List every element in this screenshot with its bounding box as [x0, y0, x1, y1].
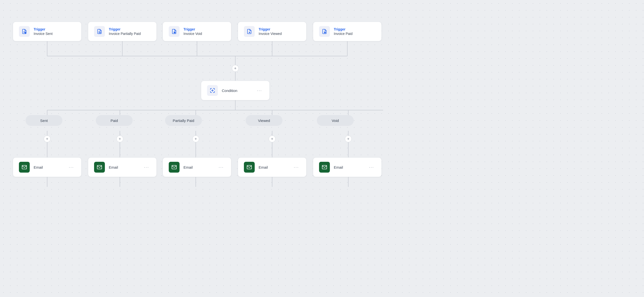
trigger-label: Trigger [334, 27, 352, 31]
condition-icon [207, 85, 218, 96]
plus-icon: + [119, 137, 121, 141]
trigger-sublabel: Invoice Void [184, 32, 202, 36]
trigger-card-invoice-paid[interactable]: Trigger Invoice Paid [313, 22, 382, 41]
trigger-icon [169, 26, 180, 37]
trigger-icon [319, 26, 330, 37]
email-label: Email [34, 165, 63, 169]
add-step-button-paid[interactable]: + [116, 135, 123, 142]
add-step-button-top[interactable]: + [232, 65, 239, 72]
trigger-label: Trigger [34, 27, 52, 31]
trigger-text: Trigger Invoice Paid [334, 27, 352, 36]
email-more-button[interactable]: ··· [142, 164, 150, 170]
email-card-paid[interactable]: Email ··· [88, 157, 157, 177]
trigger-label: Trigger [259, 27, 282, 31]
svg-point-39 [249, 32, 250, 33]
workflow-canvas: Trigger Invoice Sent Trigger Invoice Par… [0, 0, 644, 297]
connector-lines [0, 0, 644, 297]
email-more-button[interactable]: ··· [292, 164, 300, 170]
trigger-sublabel: Invoice Viewed [259, 32, 282, 36]
branch-pill-sent: Sent [26, 115, 62, 126]
trigger-label: Trigger [109, 27, 141, 31]
plus-icon: + [271, 137, 273, 141]
plus-icon: + [194, 137, 197, 141]
trigger-card-invoice-partially-paid[interactable]: Trigger Invoice Partially Paid [88, 22, 157, 41]
trigger-text: Trigger Invoice Viewed [259, 27, 282, 36]
add-step-button-sent[interactable]: + [44, 135, 50, 142]
email-card-viewed[interactable]: Email ··· [238, 157, 306, 177]
branch-label-viewed: Viewed [258, 119, 270, 123]
email-card-partially-paid[interactable]: Email ··· [162, 157, 231, 177]
plus-icon: + [46, 137, 48, 141]
plus-icon: + [347, 137, 349, 141]
email-label: Email [109, 165, 138, 169]
trigger-text: Trigger Invoice Void [184, 27, 202, 36]
plus-icon: + [234, 66, 236, 71]
trigger-card-invoice-void[interactable]: Trigger Invoice Void [162, 22, 231, 41]
trigger-text: Trigger Invoice Sent [34, 27, 52, 36]
trigger-icon [94, 26, 105, 37]
trigger-card-invoice-sent[interactable]: Trigger Invoice Sent [13, 22, 82, 41]
email-icon [244, 162, 255, 173]
branch-label-paid: Paid [110, 119, 118, 123]
email-label: Email [259, 165, 288, 169]
email-card-void[interactable]: Email ··· [313, 157, 382, 177]
add-step-button-void[interactable]: + [345, 135, 352, 142]
email-more-button[interactable]: ··· [217, 164, 225, 170]
branch-pill-void: Void [317, 115, 354, 126]
condition-label: Condition [222, 89, 252, 93]
branch-label-partially-paid: Partially Paid [173, 119, 194, 123]
email-icon [19, 162, 30, 173]
email-icon [169, 162, 180, 173]
trigger-text: Trigger Invoice Partially Paid [109, 27, 141, 36]
branch-label-void: Void [332, 119, 339, 123]
branch-pill-partially-paid: Partially Paid [165, 115, 202, 126]
trigger-sublabel: Invoice Sent [34, 32, 52, 36]
email-card-sent[interactable]: Email ··· [13, 157, 82, 177]
add-step-button-viewed[interactable]: + [269, 135, 276, 142]
email-icon [94, 162, 105, 173]
email-icon [319, 162, 330, 173]
email-label: Email [334, 165, 364, 169]
trigger-card-invoice-viewed[interactable]: Trigger Invoice Viewed [238, 22, 306, 41]
branch-label-sent: Sent [40, 119, 48, 123]
trigger-sublabel: Invoice Partially Paid [109, 32, 141, 36]
trigger-icon [244, 26, 255, 37]
trigger-sublabel: Invoice Paid [334, 32, 352, 36]
condition-card[interactable]: Condition ··· [201, 81, 270, 100]
email-more-button[interactable]: ··· [368, 164, 376, 170]
add-step-button-partially-paid[interactable]: + [192, 135, 199, 142]
trigger-icon [19, 26, 30, 37]
branch-pill-paid: Paid [96, 115, 133, 126]
trigger-label: Trigger [184, 27, 202, 31]
email-label: Email [184, 165, 213, 169]
branch-pill-viewed: Viewed [246, 115, 282, 126]
condition-more-button[interactable]: ··· [256, 88, 264, 94]
email-more-button[interactable]: ··· [67, 164, 76, 170]
svg-point-33 [99, 32, 101, 33]
